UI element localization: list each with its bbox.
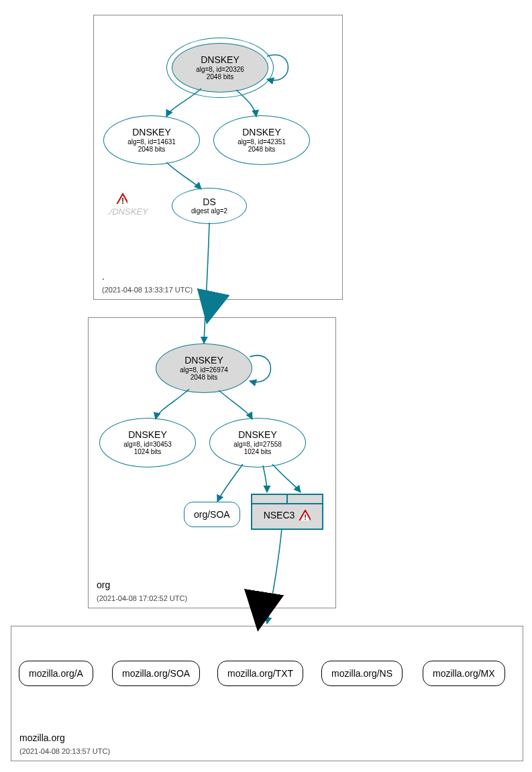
org-zsk2-node: DNSKEY alg=8, id=27558 1024 bits	[209, 418, 306, 467]
rrset-txt-label: mozilla.org/TXT	[227, 668, 293, 679]
rrset-ns: mozilla.org/NS	[321, 661, 403, 686]
warning-icon: !	[299, 510, 311, 520]
root-zsk1-node: DNSKEY alg=8, id=14631 2048 bits	[103, 115, 200, 165]
rrset-txt: mozilla.org/TXT	[217, 661, 303, 686]
zone-mozilla-timestamp: (2021-04-08 20:13:57 UTC)	[19, 747, 110, 755]
org-zsk1-node: DNSKEY alg=8, id=30453 1024 bits	[99, 418, 196, 467]
zone-root-timestamp: (2021-04-08 13:33:17 UTC)	[102, 286, 193, 294]
root-ghost-label: ./DNSKEY	[107, 207, 148, 217]
org-soa-label: org/SOA	[194, 509, 230, 520]
org-zsk2-line2: alg=8, id=27558	[233, 441, 282, 448]
org-soa-node: org/SOA	[184, 502, 240, 527]
root-ds-title: DS	[203, 197, 215, 207]
root-zsk2-node: DNSKEY alg=8, id=42351 2048 bits	[213, 115, 310, 165]
root-ksk-line3: 2048 bits	[207, 73, 234, 80]
org-ksk-line3: 2048 bits	[191, 374, 218, 381]
svg-marker-0	[116, 194, 127, 204]
zone-org-name: org	[97, 580, 110, 590]
org-zsk1-line2: alg=8, id=30453	[123, 441, 172, 448]
root-ksk-line2: alg=8, id=20326	[196, 66, 244, 73]
root-zsk1-line2: alg=8, id=14631	[127, 138, 176, 146]
rrset-mx-label: mozilla.org/MX	[433, 668, 495, 679]
svg-text:!: !	[121, 197, 124, 204]
org-nsec3-label: NSEC3	[264, 510, 295, 520]
org-zsk1-line3: 1024 bits	[134, 448, 162, 455]
root-zsk1-title: DNSKEY	[132, 127, 171, 137]
root-zsk2-line2: alg=8, id=42351	[237, 138, 286, 146]
org-ksk-title: DNSKEY	[184, 355, 223, 366]
rrset-mx: mozilla.org/MX	[423, 661, 505, 686]
org-ksk-line2: alg=8, id=26974	[180, 366, 228, 374]
rrset-soa: mozilla.org/SOA	[112, 661, 200, 686]
org-zsk1-title: DNSKEY	[128, 430, 167, 440]
root-zsk2-line3: 2048 bits	[248, 146, 276, 153]
root-ksk-node: DNSKEY alg=8, id=20326 2048 bits	[172, 43, 268, 93]
rrset-ns-label: mozilla.org/NS	[331, 668, 392, 679]
rrset-a-label: mozilla.org/A	[29, 668, 83, 679]
org-zsk2-line3: 1024 bits	[244, 448, 272, 455]
root-ghost-warning: !	[115, 193, 127, 207]
root-ksk-title: DNSKEY	[201, 55, 240, 65]
root-ds-node: DS digest alg=2	[172, 188, 247, 224]
zone-root-name: .	[102, 271, 105, 282]
zone-mozilla: mozilla.org (2021-04-08 20:13:57 UTC)	[11, 626, 523, 761]
zone-org-timestamp: (2021-04-08 17:02:52 UTC)	[97, 594, 187, 602]
svg-marker-2	[299, 510, 311, 520]
root-zsk1-line3: 2048 bits	[138, 146, 166, 153]
org-zsk2-title: DNSKEY	[238, 430, 277, 440]
warning-icon: !	[115, 193, 127, 204]
root-ds-line2: digest alg=2	[191, 207, 227, 215]
zone-mozilla-name: mozilla.org	[19, 732, 65, 743]
rrset-soa-label: mozilla.org/SOA	[122, 668, 190, 679]
svg-text:!: !	[305, 513, 307, 521]
rrset-a: mozilla.org/A	[19, 661, 93, 686]
org-nsec3-node: NSEC3 !	[251, 494, 323, 530]
org-ksk-node: DNSKEY alg=8, id=26974 2048 bits	[156, 343, 252, 393]
root-zsk2-title: DNSKEY	[242, 127, 281, 137]
